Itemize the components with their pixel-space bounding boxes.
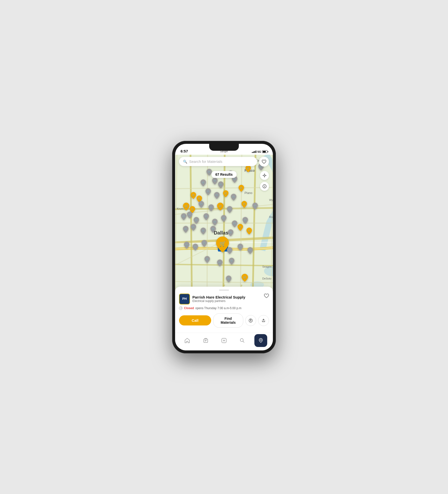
map-pin-gray[interactable]: 🛒 [183,226,188,234]
location-button[interactable] [260,171,269,180]
store-card: PH Parrish Hare Electrical Supply Electr… [175,287,273,333]
svg-text:🛒: 🛒 [247,167,250,170]
map-pin-gray[interactable]: 🛒 [229,258,234,266]
map-pin-gold[interactable]: 🛒 [238,224,243,232]
map-pin-gray[interactable]: 🛒 [201,228,206,236]
svg-text:🛒: 🛒 [243,276,247,279]
directions-button[interactable] [245,315,256,326]
svg-text:🛒: 🛒 [228,249,231,252]
map-pin-gray[interactable]: 🛒 [247,247,253,255]
map-pin-gray[interactable]: 🛒 [232,220,237,228]
nav-add[interactable] [218,334,230,347]
search-bar: 🔍 Search for Materials [179,157,269,167]
svg-text:Seagov...: Seagov... [262,265,273,268]
map-pin-gray[interactable]: 🛒 [226,276,231,283]
svg-text:🛒: 🛒 [206,258,209,261]
card-favorite-button[interactable] [264,294,269,299]
map-pin-gray[interactable]: 🛒 [210,226,216,234]
map-pin-gray[interactable]: 🛒 [204,256,210,264]
map-pin-gray[interactable]: 🛒 [221,215,226,223]
svg-text:🛒: 🛒 [202,229,205,232]
svg-text:🛒: 🛒 [185,243,188,246]
map-pin-gray[interactable]: 🛒 [199,201,204,209]
map-pin-gray[interactable]: 🛒 [212,178,218,186]
map-pin-gray[interactable]: 🛒 [218,181,224,189]
map-pin-gray[interactable]: 🛒 [227,247,232,255]
card-top: PH Parrish Hare Electrical Supply Electr… [179,294,269,304]
map-pin-gray[interactable]: 🛒 [214,192,220,200]
svg-text:🛒: 🛒 [218,261,222,264]
map-pin-gray[interactable]: 🛒 [205,188,211,196]
svg-text:🛒: 🛒 [215,193,219,197]
svg-text:🛒: 🛒 [248,229,251,232]
map-pin-gray[interactable]: 🛒 [217,259,223,267]
map-pin-gray[interactable]: 🛒 [184,242,189,250]
nav-map[interactable] [254,334,267,347]
map-pin-gray[interactable]: 🛒 [193,244,198,252]
map-pin-gray[interactable]: 🛒 [206,169,212,177]
svg-text:DeSoto: DeSoto [262,277,271,280]
svg-text:🛒: 🛒 [202,181,205,184]
svg-text:Plano: Plano [244,191,252,195]
map-pin-gold[interactable]: 🛒 [183,203,189,212]
nav-search[interactable] [236,334,249,347]
map-pin-gray[interactable]: 🛒 [231,194,236,202]
map-pin-gold[interactable]: 🛒 [191,192,196,200]
map-pin-gray[interactable]: 🛒 [243,217,248,225]
svg-text:🛒: 🛒 [233,177,236,181]
svg-text:🛒: 🛒 [240,186,243,190]
map-pin-gray[interactable]: 🛒 [191,224,196,232]
svg-text:🛒: 🛒 [191,208,194,211]
map-pin-gold[interactable]: 🛒 [242,201,247,209]
map-pin-gray[interactable]: 🛒 [194,217,199,225]
svg-text:🛒: 🛒 [194,245,197,248]
map-pin-gray[interactable]: 🛒 [201,179,206,187]
map-pin-gray[interactable]: 🛒 [238,244,243,252]
svg-rect-112 [204,339,208,343]
map-pin-gray[interactable]: 🛒 [228,229,233,237]
svg-text:🛒: 🛒 [205,215,208,218]
results-count-badge: 67 Results [211,171,237,178]
call-button[interactable]: Call [179,315,211,325]
nav-home[interactable] [181,334,194,347]
svg-text:🛒: 🛒 [207,190,210,193]
info-button[interactable]: i [260,182,269,191]
map-pin-gold[interactable]: 🛒 [223,190,228,198]
map-pin-gold[interactable]: 🛒 [239,185,244,193]
map-container[interactable]: I 30 [175,155,273,333]
share-button[interactable] [258,315,269,326]
map-pin-gray[interactable]: 🛒 [181,213,186,221]
svg-text:🛒: 🛒 [228,208,231,211]
svg-text:🛒: 🛒 [233,222,236,225]
map-background: I 30 [175,155,273,333]
svg-text:🛒: 🛒 [192,225,195,229]
search-input-wrap[interactable]: 🔍 Search for Materials [179,157,257,166]
svg-text:🛒: 🛒 [230,259,233,262]
map-pin-gray[interactable]: 🛒 [204,213,209,221]
clock-icon [179,306,183,310]
map-pin-gold[interactable]: 🛒 [217,203,224,212]
map-pin-gray[interactable]: 🛒 [227,206,232,214]
map-pin-gray[interactable]: 🛒 [252,203,258,211]
svg-text:🛒: 🛒 [213,220,217,223]
card-info: PH Parrish Hare Electrical Supply Electr… [179,294,245,304]
find-materials-button[interactable]: Find Materials [213,313,243,328]
map-pin-gray[interactable]: 🛒 [202,240,207,248]
svg-text:🛒: 🛒 [188,213,191,216]
map-pin-gold[interactable]: 🛒 [242,274,248,283]
store-logo: PH [179,294,190,304]
svg-text:🛒: 🛒 [222,216,225,220]
map-pin-gray[interactable]: 🛒 [187,212,192,219]
signal-bars [252,150,256,153]
svg-text:🛒: 🛒 [203,241,206,245]
map-controls: i [260,171,269,191]
store-name: Parrish Hare Electrical Supply [192,295,245,299]
favorites-button[interactable] [259,157,269,167]
map-pin-gray[interactable]: 🛒 [212,219,218,227]
map-pin-gray[interactable]: 🛒 [208,204,214,212]
svg-text:🛒: 🛒 [198,197,201,200]
map-pin-gold[interactable]: 🛒 [246,228,252,236]
search-icon: 🔍 [183,160,187,164]
svg-text:🛒: 🛒 [192,193,195,197]
nav-orders[interactable] [199,334,212,347]
